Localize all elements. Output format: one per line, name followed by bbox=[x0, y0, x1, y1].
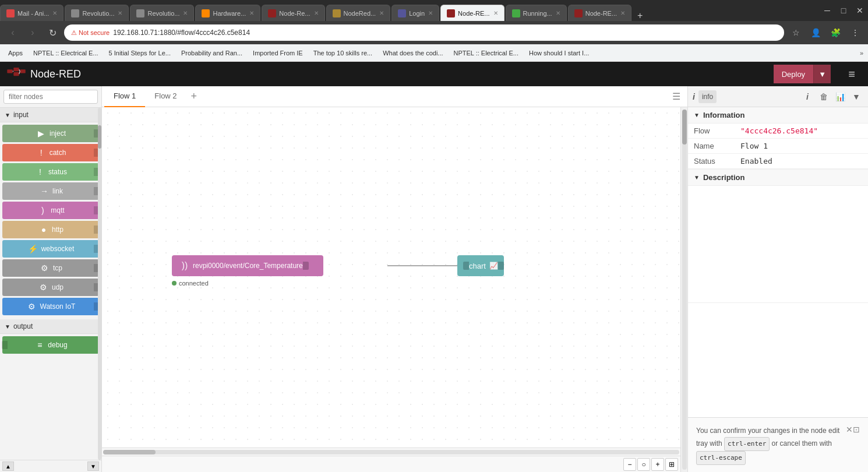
palette-scroll-up[interactable]: ▲ bbox=[2, 462, 14, 471]
node-icon-debug: ≡ bbox=[34, 339, 45, 351]
canvas-node-chart[interactable]: chart 📈 bbox=[457, 255, 504, 276]
extensions-button[interactable]: 🧩 bbox=[827, 24, 844, 41]
category-chevron-output: ▼ bbox=[5, 323, 10, 330]
tab-close-tab-login[interactable]: ✕ bbox=[428, 10, 433, 16]
info-action-chart-button[interactable]: 📊 bbox=[833, 90, 847, 104]
refresh-button[interactable]: ↻ bbox=[44, 24, 61, 41]
forward-button[interactable]: › bbox=[24, 24, 41, 41]
canvas-zoom-out-button[interactable]: − bbox=[623, 458, 636, 471]
tab-close-tab-nr3[interactable]: ✕ bbox=[493, 10, 498, 16]
browser-tab-tab-rev1[interactable]: Revolutio... ✕ bbox=[65, 5, 129, 21]
close-button[interactable]: ✕ bbox=[852, 0, 868, 21]
keyboard-help-close[interactable]: ✕ bbox=[846, 425, 853, 434]
palette-node-http[interactable]: ●http bbox=[2, 221, 99, 238]
hamburger-menu-button[interactable]: ≡ bbox=[842, 65, 861, 83]
canvas-hscroll-thumb[interactable] bbox=[103, 450, 156, 455]
bookmark-item[interactable]: 5 Initial Steps for Le... bbox=[105, 48, 174, 58]
palette-node-block-watson-iot: ⚙Watson IoT bbox=[2, 298, 99, 315]
category-chevron-input: ▼ bbox=[5, 112, 10, 118]
browser-tab-tab-mail[interactable]: Mail - Ani... ✕ bbox=[0, 5, 63, 21]
info-section-information-header[interactable]: ▼ Information bbox=[688, 107, 868, 124]
svg-line-5 bbox=[19, 69, 20, 71]
canvas-fit-button[interactable]: ⊞ bbox=[665, 458, 678, 471]
not-secure-indicator: ⚠ Not secure bbox=[71, 29, 110, 37]
bookmark-item[interactable]: Probability and Ran... bbox=[178, 48, 246, 58]
browser-tab-tab-hw[interactable]: Hardware... ✕ bbox=[195, 5, 260, 21]
menu-button[interactable]: ⋮ bbox=[847, 24, 863, 41]
palette-node-inject[interactable]: ▶inject bbox=[2, 125, 99, 142]
palette-node-debug[interactable]: ≡debug bbox=[2, 336, 99, 354]
nr-logo-icon bbox=[7, 68, 26, 80]
bookmark-item[interactable]: NPTEL :: Electrical E... bbox=[450, 48, 522, 58]
tab-close-tab-rev1[interactable]: ✕ bbox=[118, 10, 122, 16]
info-section-chevron: ▼ bbox=[694, 112, 700, 118]
new-tab-button[interactable]: + bbox=[633, 10, 647, 21]
tab-close-tab-nr1[interactable]: ✕ bbox=[314, 10, 319, 16]
canvas-vscroll[interactable] bbox=[680, 107, 687, 472]
keyboard-help-text2: or cancel them with bbox=[772, 439, 832, 448]
profile-button[interactable]: 👤 bbox=[807, 24, 824, 41]
palette-node-tcp[interactable]: ⚙tcp bbox=[2, 259, 99, 277]
browser-tab-tab-nr1[interactable]: Node-Re... ✕ bbox=[262, 5, 324, 21]
palette-node-link[interactable]: →link bbox=[2, 182, 99, 200]
browser-tab-tab-run[interactable]: Running... ✕ bbox=[506, 5, 567, 21]
browser-tab-tab-rev2[interactable]: Revolutio... ✕ bbox=[130, 5, 194, 21]
canvas-vscroll-thumb[interactable] bbox=[682, 110, 687, 145]
browser-tab-tab-login[interactable]: Login ✕ bbox=[391, 5, 439, 21]
palette-scrollbar[interactable] bbox=[98, 108, 101, 460]
canvas-node-mqtt[interactable]: )) revpi0000/event/Core_Temperature conn… bbox=[172, 255, 323, 276]
keyboard-help-minimize[interactable]: ⊡ bbox=[853, 425, 860, 434]
tab-close-tab-run[interactable]: ✕ bbox=[556, 10, 560, 16]
palette-node-catch[interactable]: !catch bbox=[2, 144, 99, 161]
bookmark-item[interactable]: What does the codi... bbox=[379, 48, 446, 58]
palette-node-status[interactable]: !status bbox=[2, 163, 99, 181]
back-button[interactable]: ‹ bbox=[5, 24, 21, 41]
tab-close-tab-mail[interactable]: ✕ bbox=[52, 10, 57, 16]
info-tab-button[interactable]: info bbox=[698, 90, 717, 103]
deploy-dropdown-button[interactable]: ▼ bbox=[813, 65, 831, 83]
mqtt-node-label: revpi0000/event/Core_Temperature bbox=[193, 262, 303, 270]
browser-tab-tab-nr2[interactable]: NodeRed... ✕ bbox=[326, 5, 391, 21]
flow-tab-flow-1[interactable]: Flow 1 bbox=[104, 86, 145, 107]
tab-close-tab-nr4[interactable]: ✕ bbox=[620, 10, 625, 16]
palette-search-input[interactable] bbox=[3, 90, 98, 104]
maximize-button[interactable]: □ bbox=[835, 0, 852, 21]
bookmark-star-button[interactable]: ☆ bbox=[788, 24, 804, 41]
info-section-description-header[interactable]: ▼ Description bbox=[688, 170, 868, 186]
flow-tab-menu-button[interactable]: ☰ bbox=[668, 91, 685, 102]
bookmark-item[interactable]: How should I start I... bbox=[525, 48, 592, 58]
canvas-hscroll-area[interactable] bbox=[102, 449, 680, 456]
browser-tab-tab-nr4[interactable]: Node-RE... ✕ bbox=[568, 5, 631, 21]
canvas-zoom-reset-button[interactable]: ○ bbox=[637, 458, 650, 471]
bookmark-item[interactable]: NPTEL :: Electrical E... bbox=[30, 48, 101, 58]
add-flow-tab-button[interactable]: + bbox=[186, 90, 202, 103]
port-left bbox=[2, 341, 8, 349]
flow-canvas[interactable]: )) revpi0000/event/Core_Temperature conn… bbox=[102, 107, 680, 448]
mqtt-node-icon: )) bbox=[178, 259, 192, 273]
palette-scroll-down[interactable]: ▼ bbox=[87, 462, 99, 471]
bookmark-item[interactable]: Apps bbox=[5, 48, 26, 58]
flow-tab-flow-2[interactable]: Flow 2 bbox=[145, 86, 186, 107]
tab-close-tab-rev2[interactable]: ✕ bbox=[183, 10, 188, 16]
bookmark-item[interactable]: Imported From IE bbox=[249, 48, 306, 58]
info-action-info-button[interactable]: i bbox=[800, 90, 814, 104]
canvas-zoom-in-button[interactable]: + bbox=[651, 458, 664, 471]
bookmark-item[interactable]: The top 10 skills re... bbox=[310, 48, 376, 58]
palette-node-udp[interactable]: ⚙udp bbox=[2, 279, 99, 296]
palette-category-header-input[interactable]: ▼input bbox=[0, 108, 101, 122]
minimize-button[interactable]: ─ bbox=[819, 0, 835, 21]
address-bar[interactable]: ⚠ Not secure 192.168.10.71:1880/#flow/4c… bbox=[64, 24, 784, 41]
palette-category-header-output[interactable]: ▼output bbox=[0, 319, 101, 334]
info-tab-icon: i bbox=[693, 92, 695, 101]
palette-node-mqtt[interactable]: )mqtt bbox=[2, 202, 99, 219]
info-action-delete-button[interactable]: 🗑 bbox=[817, 90, 831, 104]
palette-node-websocket[interactable]: ⚡websocket bbox=[2, 240, 99, 258]
info-action-dropdown-button[interactable]: ▼ bbox=[849, 90, 863, 104]
tab-close-tab-hw[interactable]: ✕ bbox=[249, 10, 254, 16]
address-bar-row: ‹ › ↻ ⚠ Not secure 192.168.10.71:1880/#f… bbox=[0, 21, 868, 44]
deploy-button[interactable]: Deploy bbox=[774, 65, 813, 83]
bookmarks-more-button[interactable]: » bbox=[860, 50, 863, 57]
palette-node-watson-iot[interactable]: ⚙Watson IoT bbox=[2, 298, 99, 315]
browser-tab-tab-nr3[interactable]: Node-RE... ✕ bbox=[440, 5, 504, 21]
tab-close-tab-nr2[interactable]: ✕ bbox=[379, 10, 384, 16]
